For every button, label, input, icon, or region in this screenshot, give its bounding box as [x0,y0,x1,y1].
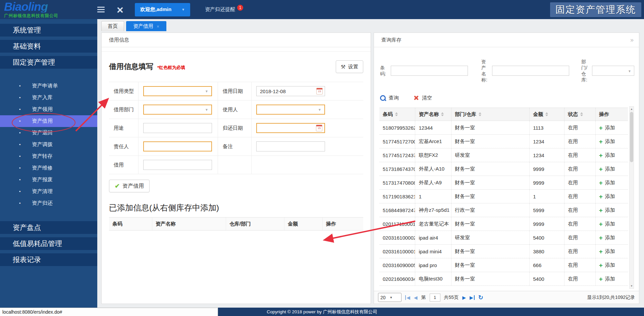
add-label: 添加 [605,207,615,213]
cell-status: 在用 [565,148,596,162]
sidebar-item[interactable]: •资产退回 [0,127,97,139]
sidebar-item[interactable]: •资产转存 [0,150,97,162]
sort-icon[interactable] [580,111,583,118]
text-field[interactable] [143,123,212,133]
cell-amount: 5400 [530,272,565,286]
added-column-header[interactable]: 操作 [323,217,363,230]
cell-asset-name: 外星人-A9 [415,176,451,189]
add-button[interactable]: +添加 [596,217,628,231]
close-icon[interactable]: × [117,4,123,15]
sort-icon[interactable] [395,111,398,118]
page-input[interactable] [430,294,440,302]
calendar-icon[interactable]: 15 [316,125,322,131]
sidebar-section[interactable]: 系统管理 [0,24,97,37]
scroll-down-icon[interactable]: ▼ [630,284,634,288]
add-button[interactable]: +添加 [596,148,628,162]
tab-close-icon[interactable]: × [157,24,159,29]
add-button[interactable]: +添加 [596,190,628,203]
inventory-row: 517317470808外星人-A9财务一室9999在用+添加 [379,176,628,190]
inventory-column-header[interactable]: 操作 [596,108,628,121]
sidebar-section[interactable]: 低值易耗品管理 [0,237,97,250]
cell-asset-name: 外星人-A10 [415,162,451,176]
user-menu-button[interactable]: 欢迎您,admin ▼ [135,3,190,16]
sidebar-item[interactable]: •资产归还 [0,197,97,209]
sidebar-section[interactable]: 资产盘点 [0,221,97,234]
collapse-panel-icon[interactable]: » [630,33,634,47]
plus-icon: + [599,248,603,255]
record-summary: 显示1到20,共1092记录 [587,295,635,301]
cell-status: 在用 [565,121,596,134]
next-page-icon[interactable]: ▶ [462,295,466,300]
last-page-icon[interactable]: ▶ [470,295,475,300]
calendar-icon[interactable]: 15 [316,88,323,94]
browser-status-bar: localhost:8080/ers/index.do# [0,308,218,316]
cell-status: 在用 [565,190,596,203]
sidebar-item[interactable]: •资产借用 [0,115,97,127]
date-field[interactable]: 15 [256,123,325,133]
menu-toggle-icon[interactable] [97,7,105,12]
table-scrollbar[interactable]: ▲ ▼ [629,106,634,289]
settings-button[interactable]: ⚒ 设置 [336,60,363,73]
sidebar-section[interactable]: 报表记录 [0,253,97,266]
page-size-select[interactable]: 20 ▼ [378,293,401,302]
sidebar-item[interactable]: •资产申请单 [0,80,97,92]
sidebar-section[interactable]: 基础资料 [0,40,97,53]
form-field-cell [252,137,363,155]
select-field[interactable]: ▼ [143,86,212,96]
add-button[interactable]: +添加 [596,245,628,258]
cell-amount: 9999 [530,217,565,231]
add-button[interactable]: +添加 [596,162,628,176]
text-field[interactable] [143,160,212,170]
sort-icon[interactable] [441,111,444,118]
clear-button[interactable]: 清空 [414,95,432,101]
plus-icon: + [599,221,603,227]
add-button[interactable]: +添加 [596,203,628,217]
add-button[interactable]: +添加 [596,121,628,134]
return-reminder-link[interactable]: 资产归还提醒 1 [205,6,243,13]
inventory-search-input[interactable] [391,66,468,76]
inventory-column-header[interactable]: 资产名称 [415,108,451,121]
scrollbar-thumb[interactable] [630,112,633,162]
added-column-header[interactable]: 仓库/部门 [226,217,284,230]
tab-home[interactable]: 首页 [101,21,124,31]
add-button[interactable]: +添加 [596,176,628,189]
sidebar-item[interactable]: •资产维修 [0,162,97,174]
inventory-dept-select[interactable]: ▼ [592,66,634,76]
added-column-header[interactable]: 金额 [284,217,323,230]
refresh-icon[interactable]: ↻ [478,294,483,301]
sidebar-item-label: 资产报废 [32,176,53,183]
asset-borrow-submit-button[interactable]: ✔ 资产借用 [109,180,150,192]
inventory-column-header[interactable]: 状态 [565,108,596,121]
first-page-icon[interactable]: ◀ [405,295,410,300]
search-button[interactable]: 查询 [380,95,399,101]
sidebar-section[interactable]: 固定资产管理 [0,56,97,69]
added-column-header[interactable]: 资产名称 [152,217,226,230]
added-column-header[interactable]: 条码 [109,217,152,230]
add-button[interactable]: +添加 [596,135,628,148]
sidebar-item[interactable]: •资产调拨 [0,139,97,150]
select-field[interactable]: ▼ [143,105,212,115]
scroll-up-icon[interactable]: ▲ [630,107,634,111]
text-field[interactable] [256,141,325,151]
sidebar-item[interactable]: •资产入库 [0,92,97,104]
inventory-column-header[interactable]: 条码 [379,108,415,121]
add-button[interactable]: +添加 [596,231,628,244]
inventory-column-header[interactable]: 部门/仓库 [451,108,530,121]
add-button[interactable]: +添加 [596,258,628,272]
sort-icon[interactable] [545,111,548,118]
inventory-column-header[interactable]: 金额 [530,108,565,121]
date-field[interactable]: 2018-12-0815 [256,86,325,96]
sidebar-item[interactable]: •资产领用 [0,104,97,115]
sidebar-item[interactable]: •资产清理 [0,186,97,197]
form-field-label: 借用日期 [218,82,252,100]
add-button[interactable]: +添加 [596,272,628,286]
text-field[interactable] [143,141,212,151]
prev-page-icon[interactable]: ◀ [414,295,418,300]
inventory-search-input[interactable] [492,66,569,76]
form-row: 用途归还日期15 [109,119,363,137]
sidebar-item[interactable]: •资产报废 [0,174,97,186]
tools-icon: ⚒ [341,64,345,70]
select-field[interactable]: ▼ [256,105,325,115]
sort-icon[interactable] [479,111,481,118]
tab-asset-borrow[interactable]: 资产借用× [126,21,166,31]
